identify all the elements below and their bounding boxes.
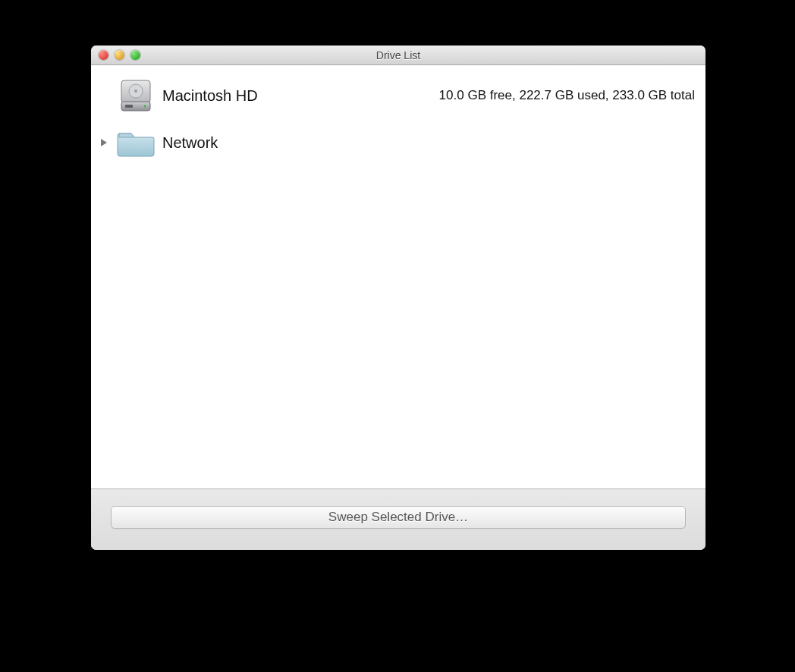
drive-list: Macintosh HD 10.0 GB free, 222.7 GB used… <box>91 65 705 488</box>
svg-rect-4 <box>125 105 133 108</box>
close-icon[interactable] <box>99 50 108 60</box>
sweep-selected-drive-button[interactable]: Sweep Selected Drive… <box>111 506 686 529</box>
window: Drive List <box>91 46 705 550</box>
folder-icon <box>115 126 156 159</box>
svg-point-5 <box>144 105 146 108</box>
window-title: Drive List <box>91 49 705 61</box>
hard-drive-icon <box>115 76 156 115</box>
drive-row[interactable]: Network <box>91 120 705 165</box>
svg-point-2 <box>134 89 137 93</box>
zoom-icon[interactable] <box>130 50 140 60</box>
traffic-lights <box>91 50 140 60</box>
drive-name-label: Network <box>162 134 218 152</box>
svg-marker-6 <box>101 139 107 146</box>
drive-stats-label: 10.0 GB free, 222.7 GB used, 233.0 GB to… <box>439 88 695 103</box>
drive-row[interactable]: Macintosh HD 10.0 GB free, 222.7 GB used… <box>91 71 705 120</box>
footer: Sweep Selected Drive… <box>91 488 705 550</box>
drive-name-label: Macintosh HD <box>162 87 258 105</box>
disclosure-triangle-icon[interactable] <box>99 138 109 147</box>
titlebar: Drive List <box>91 46 705 65</box>
minimize-icon[interactable] <box>115 50 124 60</box>
